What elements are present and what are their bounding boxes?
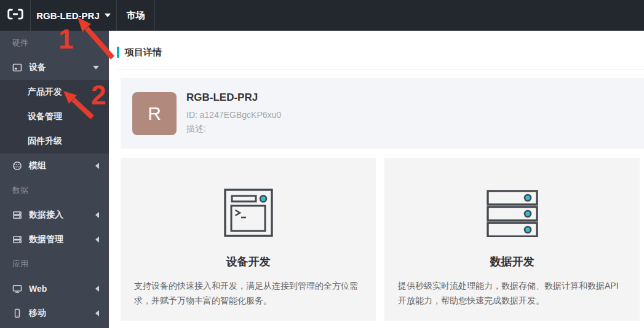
card-description: 支持设备的快速接入和开发，满足从连接到管理的全方位需求，并赋予万物丰富的智能化服… [134, 278, 362, 308]
sidebar-item-label: 固件升级 [28, 136, 62, 147]
sidebar-item-label: 设备管理 [28, 111, 62, 122]
nav-item-market[interactable]: 市场 [117, 0, 155, 31]
chevron-left-icon [95, 286, 99, 292]
project-avatar: R [132, 92, 177, 135]
chevron-left-icon [95, 163, 99, 169]
sidebar-item-label: 数据管理 [29, 234, 95, 245]
project-description-label: 描述: [186, 122, 281, 135]
sidebar-item-product-dev[interactable]: 产品开发 [0, 80, 109, 104]
device-dev-card[interactable]: 设备开发 支持设备的快速接入和开发，满足从连接到管理的全方位需求，并赋予万物丰富… [121, 158, 376, 321]
terminal-window-icon [134, 189, 362, 238]
sidebar-item-data-mgmt[interactable]: 数据管理 [0, 227, 109, 252]
page-title: 项目详情 [125, 47, 162, 58]
sidebar-item-label: Web [29, 284, 95, 294]
module-icon [12, 161, 23, 171]
sidebar-item-data-access[interactable]: 数据接入 [0, 203, 109, 227]
accent-bar [117, 47, 119, 58]
sidebar-item-label: 设备 [29, 62, 93, 73]
market-label: 市场 [127, 10, 145, 21]
sidebar-item-label: 移动 [29, 308, 95, 319]
sidebar-item-module[interactable]: 模组 [0, 154, 109, 178]
project-name: RGB-LED-PRJ [186, 92, 281, 104]
dev-cards-row: 设备开发 支持设备的快速接入和开发，满足从连接到管理的全方位需求，并赋予万物丰富… [121, 158, 640, 321]
sidebar-item-label: 模组 [29, 160, 95, 171]
header-divider [117, 69, 644, 69]
chevron-down-icon [93, 66, 99, 69]
chevron-left-icon [95, 236, 99, 243]
sidebar-item-label: 产品开发 [28, 87, 62, 98]
device-submenu: 产品开发 设备管理 固件升级 [0, 80, 109, 154]
sidebar-item-firmware-upgrade[interactable]: 固件升级 [0, 129, 109, 154]
database-icon [12, 235, 23, 245]
chevron-left-icon [95, 310, 99, 316]
sidebar-section-app: 应用 [0, 252, 109, 276]
monitor-icon [12, 284, 23, 294]
sidebar: 硬件 设备 产品开发 设备管理 固件升级 [0, 31, 109, 328]
database-icon [12, 210, 23, 221]
app-logo[interactable] [0, 0, 31, 31]
phone-icon [12, 308, 23, 319]
page-header: 项目详情 [117, 46, 644, 58]
sidebar-section-data: 数据 [0, 178, 109, 203]
project-dropdown-label: RGB-LED-PRJ [36, 10, 100, 21]
project-id: ID: a1247EGBgcKP6xu0 [186, 108, 281, 122]
card-title: 数据开发 [398, 254, 626, 269]
caret-down-icon [105, 14, 111, 17]
device-icon [12, 63, 23, 73]
brackets-logo-icon [6, 8, 25, 23]
main-content: 项目详情 R RGB-LED-PRJ ID: a1247EGBgcKP6xu0 … [109, 31, 644, 328]
card-description: 提供秒级实时流处理能力，数据存储、数据计算和数据API开放能力，帮助您快速完成数… [398, 278, 626, 308]
card-title: 设备开发 [134, 254, 362, 269]
sidebar-item-device[interactable]: 设备 [0, 55, 109, 80]
chevron-left-icon [95, 212, 99, 218]
sidebar-item-device-mgmt[interactable]: 设备管理 [0, 104, 109, 129]
sidebar-item-mobile[interactable]: 移动 [0, 301, 109, 326]
project-summary-card: R RGB-LED-PRJ ID: a1247EGBgcKP6xu0 描述: [121, 78, 644, 149]
project-dropdown[interactable]: RGB-LED-PRJ [31, 0, 117, 31]
project-info: RGB-LED-PRJ ID: a1247EGBgcKP6xu0 描述: [186, 92, 281, 135]
sidebar-item-label: 数据接入 [29, 209, 95, 221]
sidebar-section-hardware: 硬件 [0, 31, 109, 55]
server-stack-icon [398, 189, 626, 238]
top-navbar: RGB-LED-PRJ 市场 [0, 0, 644, 31]
sidebar-item-web[interactable]: Web [0, 276, 109, 301]
data-dev-card[interactable]: 数据开发 提供秒级实时流处理能力，数据存储、数据计算和数据API开放能力，帮助您… [384, 158, 640, 321]
